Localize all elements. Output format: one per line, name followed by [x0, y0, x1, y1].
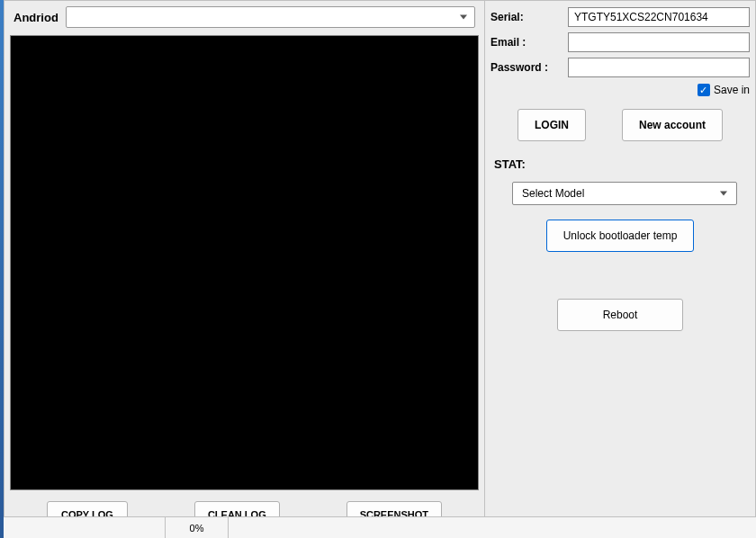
password-input[interactable]	[568, 58, 750, 77]
save-checkbox[interactable]: ✓	[698, 84, 710, 96]
right-panel: Serial: Email : Password : ✓ Save in LOG…	[485, 0, 756, 538]
status-cell-1	[4, 517, 166, 538]
save-label: Save in	[714, 84, 750, 96]
model-select-dropdown[interactable]: Select Model	[512, 182, 737, 205]
password-label: Password :	[490, 61, 562, 74]
login-button[interactable]: LOGIN	[518, 109, 586, 141]
android-dropdown[interactable]	[66, 6, 475, 28]
status-cell-rest	[229, 517, 756, 538]
left-panel: Andriod COPY LOG CLEAN LOG SCREENSHOT	[4, 0, 485, 538]
unlock-bootloader-button[interactable]: Unlock bootloader temp	[546, 220, 695, 252]
serial-input[interactable]	[568, 7, 750, 27]
stat-label: STAT:	[485, 154, 755, 178]
reboot-button[interactable]: Reboot	[557, 299, 683, 331]
email-label: Email :	[490, 36, 562, 49]
status-percent: 0%	[166, 517, 229, 538]
android-label: Andriod	[14, 11, 58, 24]
model-select-value: Select Model	[522, 187, 584, 200]
serial-label: Serial:	[490, 11, 562, 23]
email-input[interactable]	[568, 32, 750, 52]
new-account-button[interactable]: New account	[622, 109, 723, 141]
log-area	[10, 35, 479, 490]
status-bar: 0%	[4, 516, 756, 538]
